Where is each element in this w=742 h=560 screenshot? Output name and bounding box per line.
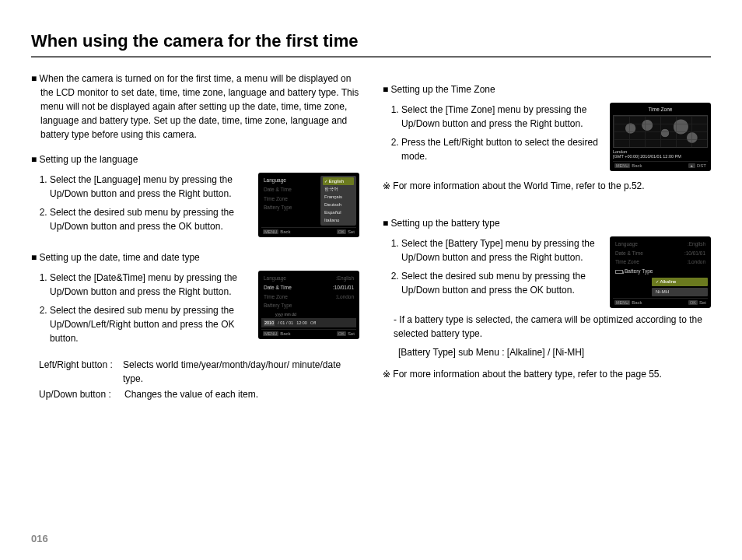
timezone-note: For more information about the World Tim… [383,179,711,193]
list-item: Select the [Date&Time] menu by pressing … [50,271,250,299]
battery-submenu-note: [Battery Type] sub Menu : [Alkaline] / [… [398,345,711,359]
lcd-timezone-screenshot: Time Zone London [GMT +00:00] 2010/01/01… [610,103,711,171]
timezone-steps: Select the [Time Zone] menu by pressing … [383,103,602,163]
battery-steps: Select the [Battery Type] menu by pressi… [383,236,602,297]
world-map-icon [613,115,708,148]
lcd-datetime-screenshot: Language:English Date & Time:10/01/01 Ti… [258,271,359,339]
battery-more-note: For more information about the battery t… [383,367,711,381]
list-item: Select the desired sub menu by pressing … [50,303,250,345]
lcd-battery-screenshot: Language:English Date & Time:10/01/01 Ti… [610,236,711,308]
section-datetime: Setting up the date, time and date type [31,250,359,264]
battery-icon [615,270,623,274]
list-item: Press the Left/Right button to select th… [401,135,602,163]
datetime-steps: Select the [Date&Time] menu by pressing … [31,271,250,345]
page-number: 016 [31,533,48,544]
list-item: Select the [Battery Type] menu by pressi… [401,236,602,264]
button-mapping: Left/Right button :Selects world time/ye… [39,358,359,401]
section-timezone: Setting up the Time Zone [383,82,711,96]
lcd-language-screenshot: Language Date & Time Time Zone Battery T… [258,173,359,237]
section-battery: Setting up the battery type [383,216,711,230]
datetime-editbar: 2010 / 01 / 01 12:00 Off [261,318,356,327]
left-column: When the camera is turned on for the fir… [31,72,359,403]
language-submenu: English 한국어 Français Deutsch Español Ita… [320,176,356,226]
right-column: Setting up the Time Zone Select the [Tim… [383,72,711,403]
list-item: Select the desired sub menu by pressing … [50,205,250,233]
intro-paragraph: When the camera is turned on for the fir… [31,72,359,142]
page-title: When using the camera for the first time [31,31,711,58]
section-language: Setting up the language [31,152,359,166]
list-item: Select the desired sub menu by pressing … [401,269,602,297]
list-item: Select the [Time Zone] menu by pressing … [401,103,602,131]
language-steps: Select the [Language] menu by pressing t… [31,173,250,233]
battery-optimize-note: - If a battery type is selected, the cam… [394,313,711,341]
list-item: Select the [Language] menu by pressing t… [50,173,250,201]
